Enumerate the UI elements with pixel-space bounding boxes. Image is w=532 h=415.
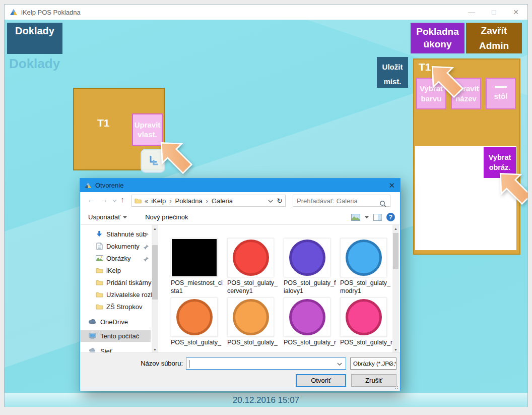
doklady-button[interactable]: Doklady — [7, 23, 62, 54]
app-titlebar: iKelp POS Pokladna — □ ✕ — [5, 5, 527, 20]
filename-input[interactable] — [186, 358, 346, 370]
resize-corner-button[interactable] — [141, 149, 165, 173]
dialog-footer: Názov súboru: Obrázky (*.JPG;*.JPEG;*.GI… — [80, 352, 400, 391]
file-thumbnail — [176, 299, 213, 335]
vybrat-barvu-button[interactable]: Vybrat barvu — [416, 78, 446, 109]
forward-icon[interactable]: → — [100, 195, 108, 204]
history-chevron-icon[interactable] — [112, 199, 117, 202]
new-folder-button[interactable]: Nový priečinok — [145, 213, 188, 221]
dropdown-arrow-icon — [123, 216, 127, 218]
search-input[interactable]: Prehľadávať: Galeria — [293, 195, 390, 207]
image-preview-area: Vybrat obráz. — [415, 146, 516, 250]
view-dropdown-icon[interactable] — [365, 216, 369, 218]
scroll-down-icon[interactable]: ▼ — [152, 348, 158, 351]
file-thumbnail — [233, 240, 269, 276]
pictures-icon — [95, 255, 103, 261]
folder-icon — [95, 291, 103, 298]
computer-icon — [88, 333, 96, 339]
dialog-logo-icon — [84, 182, 92, 189]
file-tile[interactable]: POS_stol_gulaty_cerveny1 — [227, 238, 274, 295]
ulozit-mist-button[interactable]: Uložit míst. — [377, 57, 408, 88]
preview-pane-icon[interactable] — [373, 214, 382, 221]
sidebar-item-onedrive[interactable]: OneDrive — [80, 316, 151, 328]
zavrit-admin-button[interactable]: Zavřít Admin — [466, 23, 522, 53]
file-thumbnail — [233, 299, 269, 335]
sidebar-item-ikelp[interactable]: iKelp — [80, 264, 151, 276]
section-ghost-title: Doklady — [9, 56, 60, 72]
pos-canvas: Doklady Doklady Pokladna úkony Zavřít Ad… — [5, 20, 527, 407]
scroll-up-icon[interactable]: ▲ — [392, 227, 399, 230]
dialog-close-button[interactable]: ✕ — [388, 179, 395, 192]
text-caret — [189, 360, 189, 368]
panel-title: T1 — [419, 61, 431, 73]
open-button[interactable]: Otvoriť — [296, 374, 346, 387]
files-scrollbar[interactable]: ▲ ▼ — [392, 225, 399, 353]
file-tile[interactable]: POS_stol_gulaty_r — [340, 298, 387, 346]
file-name: POS_stol_gulaty_cerveny1 — [227, 279, 274, 295]
dialog-toolbar: Usporiadať Nový priečinok ? — [80, 210, 400, 224]
resize-grip[interactable] — [394, 385, 399, 390]
file-name: POS_stol_gulaty_r — [340, 338, 387, 346]
pokladna-ukony-button[interactable]: Pokladna úkony — [411, 23, 464, 53]
sidebar-item-pridani-tiskarny[interactable]: Pridání tiskárny v — [80, 276, 151, 288]
table-t1-label: T1 — [97, 117, 110, 129]
file-thumbnail — [346, 299, 382, 335]
upravit-vlast-button[interactable]: Upravit vlast. — [132, 113, 163, 146]
help-icon[interactable]: ? — [386, 213, 395, 221]
stol-button[interactable]: stôl — [486, 78, 516, 109]
sidebar-item-this-pc[interactable]: Tento počítač — [80, 330, 151, 342]
filetype-select[interactable]: Obrázky (*.JPG;*.JPEG;*.GIF;*.PN — [350, 358, 396, 370]
refresh-icon[interactable]: ↻ — [277, 197, 283, 205]
file-tile[interactable]: POS_stol_gulaty_ — [227, 298, 274, 346]
file-tile[interactable]: POS_stol_gulaty_fialovy1 — [284, 238, 330, 295]
breadcrumb-bar[interactable]: « iKelp › Pokladna › Galeria ↻ — [131, 195, 286, 207]
sidebar-item-downloads[interactable]: Stiahnuté súb — [80, 228, 151, 240]
minimize-button[interactable]: — — [467, 8, 476, 16]
file-tile[interactable]: POS_miestnost_cista1 — [171, 238, 218, 295]
scrollbar-thumb[interactable] — [393, 233, 398, 269]
corner-arrows-icon — [146, 154, 160, 168]
breadcrumb-crumb[interactable]: iKelp — [151, 197, 166, 205]
sidebar-item-documents[interactable]: Dokumenty — [80, 240, 151, 252]
scrollbar-thumb[interactable] — [152, 245, 158, 300]
open-file-dialog: Otvorenie ✕ ← → ↑ « iKelp › Pokladna › — [80, 178, 401, 391]
onedrive-icon — [88, 319, 96, 324]
sidebar-item-uzivatelske-rozhrani[interactable]: Uzivatelske rozh — [80, 288, 151, 301]
dialog-titlebar[interactable]: Otvorenie ✕ — [80, 179, 400, 192]
file-tile[interactable]: POS_stol_gulaty_modry1 — [340, 238, 387, 295]
filename-dropdown-icon[interactable] — [337, 363, 342, 366]
table-t1[interactable]: T1 Upravit vlast. — [73, 88, 165, 170]
back-icon[interactable]: ← — [87, 195, 95, 204]
file-tile[interactable]: POS_stol_gulaty_r — [284, 298, 330, 346]
file-name: POS_stol_gulaty_modry1 — [340, 279, 387, 295]
organize-menu[interactable]: Usporiadať — [88, 213, 127, 221]
address-chevron-icon[interactable] — [268, 200, 273, 203]
sidebar-item-pictures[interactable]: Obrázky — [80, 252, 151, 264]
sidebar-item-zs-stropkov[interactable]: ZŠ Stropkov — [80, 301, 151, 313]
breadcrumb-crumb[interactable]: Galeria — [212, 197, 233, 205]
upravit-nazev-button[interactable]: Upravit název — [451, 78, 481, 109]
sidebar-scrollbar[interactable]: ▲ ▼ — [152, 225, 158, 353]
file-thumbnail — [346, 240, 382, 276]
status-bar: 20.12.2016 15:07 — [5, 393, 527, 407]
search-icon — [379, 200, 386, 207]
file-thumbnail — [289, 299, 325, 335]
file-name: POS_miestnost_cista1 — [171, 279, 218, 295]
vybrat-obraz-button[interactable]: Vybrat obráz. — [484, 147, 516, 178]
view-thumbnails-icon[interactable] — [351, 214, 360, 221]
scroll-up-icon[interactable]: ▲ — [152, 227, 158, 230]
scroll-down-icon[interactable]: ▼ — [392, 348, 399, 351]
cancel-button[interactable]: Zrušiť — [351, 374, 396, 387]
navigation-pane: Stiahnuté súb Dokumenty Obrázky — [80, 225, 152, 353]
app-title: iKelp POS Pokladna — [21, 9, 81, 16]
breadcrumb-crumb[interactable]: Pokladna — [175, 197, 203, 205]
file-tile[interactable]: POS_stol_gulaty_ — [171, 298, 218, 346]
up-icon[interactable]: ↑ — [120, 195, 124, 204]
app-window: iKelp POS Pokladna — □ ✕ Doklady Doklady… — [4, 4, 528, 407]
maximize-button[interactable]: □ — [489, 8, 498, 16]
dialog-title: Otvorenie — [95, 182, 123, 189]
filetype-dropdown-icon — [387, 363, 392, 366]
document-icon — [95, 243, 103, 250]
close-button[interactable]: ✕ — [511, 8, 520, 16]
file-thumbnail — [289, 240, 325, 276]
